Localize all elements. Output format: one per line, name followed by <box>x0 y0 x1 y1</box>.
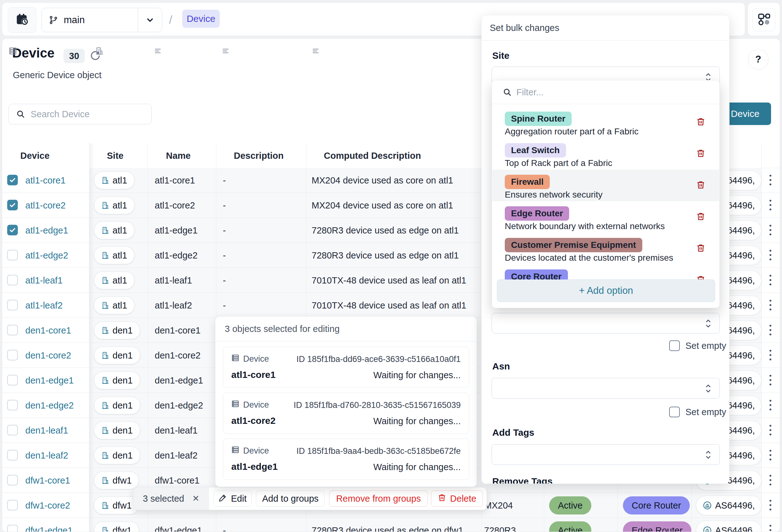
delete-button[interactable]: Delete <box>431 490 483 507</box>
device-link[interactable]: den1-edge1 <box>25 368 74 393</box>
site-badge[interactable]: atl1 <box>94 197 134 214</box>
kebab-menu-icon[interactable] <box>767 250 774 260</box>
site-badge[interactable]: atl1 <box>94 172 134 189</box>
device-link[interactable]: dfw1-core1 <box>25 468 70 493</box>
row-checkbox[interactable] <box>7 325 18 335</box>
row-checkbox[interactable] <box>7 225 18 235</box>
row-checkbox[interactable] <box>7 475 18 486</box>
trash-icon[interactable] <box>696 116 705 128</box>
close-icon[interactable]: ✕ <box>192 494 200 503</box>
column-header-computed-description[interactable]: Computed Description <box>324 143 421 168</box>
site-option[interactable]: Customer Premise EquipmentDevices locate… <box>492 233 719 264</box>
search-input[interactable] <box>8 104 151 125</box>
site-badge[interactable]: den1 <box>94 322 140 339</box>
kebab-menu-icon[interactable] <box>767 325 774 335</box>
object-type: Device <box>243 354 269 364</box>
add-to-groups-button[interactable]: Add to groups <box>256 490 325 507</box>
trash-icon[interactable] <box>696 243 705 254</box>
row-checkbox[interactable] <box>7 450 18 460</box>
row-checkbox[interactable] <box>7 350 18 360</box>
row-checkbox[interactable] <box>7 175 18 185</box>
site-badge[interactable]: den1 <box>94 371 140 389</box>
site-option[interactable]: Leaf SwitchTop of Rack part of a Fabric <box>492 138 719 170</box>
site-badge[interactable]: dfw1 <box>94 472 139 489</box>
site-badge[interactable]: atl1 <box>94 272 134 289</box>
device-link[interactable]: atl1-leaf2 <box>25 293 63 318</box>
column-header-device[interactable]: Device <box>20 143 50 168</box>
site-option[interactable]: Spine RouterAggregation router part of a… <box>492 107 719 138</box>
kebab-menu-icon[interactable] <box>767 200 774 210</box>
device-link[interactable]: atl1-edge2 <box>25 243 68 268</box>
row-checkbox[interactable] <box>7 275 18 285</box>
row-checkbox[interactable] <box>7 500 18 510</box>
chevron-down-icon[interactable] <box>138 15 162 25</box>
remove-from-groups-button[interactable]: Remove from groups <box>329 490 428 507</box>
site-option[interactable]: FirewallEnsures network security <box>492 170 719 201</box>
asn-field-label: Asn <box>492 361 510 371</box>
help-button[interactable]: ? <box>748 49 769 70</box>
column-header-description[interactable]: Description <box>234 143 284 168</box>
row-checkbox[interactable] <box>7 300 18 310</box>
search-icon <box>503 87 512 98</box>
kebab-menu-icon[interactable] <box>767 450 774 460</box>
column-header-name[interactable]: Name <box>166 143 191 168</box>
site-badge[interactable]: den1 <box>94 447 140 464</box>
site-badge[interactable]: den1 <box>94 422 140 439</box>
site-badge[interactable]: den1 <box>94 397 140 414</box>
device-link[interactable]: dfw1-edge1 <box>25 518 73 532</box>
kebab-menu-icon[interactable] <box>767 275 774 285</box>
site-badge[interactable]: atl1 <box>94 297 134 314</box>
kebab-menu-icon[interactable] <box>767 350 774 360</box>
kebab-menu-icon[interactable] <box>767 475 774 486</box>
set-empty-checkbox[interactable] <box>669 341 680 351</box>
device-link[interactable]: atl1-leaf1 <box>25 268 63 293</box>
row-checkbox[interactable] <box>7 400 18 411</box>
kebab-menu-icon[interactable] <box>767 375 774 385</box>
set-empty-checkbox[interactable] <box>669 407 680 417</box>
asn-select[interactable] <box>492 378 720 398</box>
site-badge[interactable]: dfw1 <box>94 497 139 514</box>
device-link[interactable]: dfw1-core2 <box>25 493 70 518</box>
site-badge[interactable]: dfw1 <box>94 522 139 532</box>
timeframe-button[interactable] <box>8 7 37 33</box>
row-checkbox[interactable] <box>7 250 18 260</box>
filter-input[interactable] <box>516 84 705 100</box>
site-badge[interactable]: atl1 <box>94 247 134 264</box>
trash-icon[interactable] <box>696 148 705 159</box>
branch-selector[interactable]: main <box>42 8 162 32</box>
device-link[interactable]: den1-core1 <box>25 318 71 343</box>
device-link[interactable]: den1-leaf2 <box>25 443 68 468</box>
device-link[interactable]: atl1-core2 <box>25 193 66 218</box>
kebab-menu-icon[interactable] <box>767 500 774 510</box>
status-select[interactable] <box>492 313 720 333</box>
site-option[interactable]: Edge RouterNetwork boundary with externa… <box>492 201 719 233</box>
device-link[interactable]: den1-leaf1 <box>25 418 68 443</box>
kebab-menu-icon[interactable] <box>767 400 774 411</box>
row-checkbox[interactable] <box>7 525 18 532</box>
kebab-menu-icon[interactable] <box>767 525 774 532</box>
site-badge[interactable]: den1 <box>94 347 140 364</box>
breadcrumb[interactable]: Device <box>182 10 220 28</box>
kebab-menu-icon[interactable] <box>767 175 774 185</box>
site-badge[interactable]: atl1 <box>94 222 134 239</box>
add-option-button[interactable]: + Add option <box>497 279 715 302</box>
kebab-menu-icon[interactable] <box>767 425 774 435</box>
pencil-icon <box>218 493 227 504</box>
row-checkbox[interactable] <box>7 375 18 385</box>
object-name: atl1-core2 <box>231 416 276 426</box>
trash-icon[interactable] <box>696 211 705 222</box>
device-link[interactable]: atl1-core1 <box>25 168 66 193</box>
kebab-menu-icon[interactable] <box>767 225 774 235</box>
trash-icon[interactable] <box>696 180 705 191</box>
row-checkbox[interactable] <box>7 425 18 435</box>
device-link[interactable]: den1-edge2 <box>25 393 74 418</box>
kebab-menu-icon[interactable] <box>767 300 774 310</box>
row-checkbox[interactable] <box>7 200 18 210</box>
option-badge: Customer Premise Equipment <box>505 238 642 252</box>
add-tags-select[interactable] <box>492 444 720 465</box>
edit-button[interactable]: Edit <box>213 490 252 507</box>
column-header-site[interactable]: Site <box>107 143 123 168</box>
schema-button[interactable] <box>752 8 775 31</box>
device-link[interactable]: den1-core2 <box>25 343 71 368</box>
device-link[interactable]: atl1-edge1 <box>25 218 68 243</box>
